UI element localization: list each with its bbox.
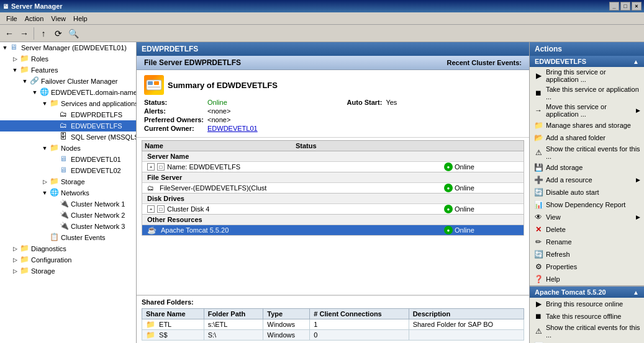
close-button[interactable]: × (632, 2, 642, 11)
action-add-resource[interactable]: ➕ Add a resource ▶ (530, 174, 644, 186)
tree-label-net2: Cluster Network 2 (71, 212, 125, 219)
expand-net3[interactable] (50, 221, 60, 231)
action-bring-service[interactable]: ▶ Bring this service or application ... (530, 67, 644, 84)
action-disable-autostart[interactable]: 🔄 Disable auto start (530, 186, 644, 198)
sf-type-1: Windows (263, 330, 310, 341)
expand-failover[interactable]: ▼ (20, 76, 30, 86)
expand-roles[interactable]: ▷ (10, 54, 20, 64)
tree-item-net2[interactable]: 🔌 Cluster Network 2 (0, 210, 136, 221)
expand-diskdrives2[interactable]: □ (157, 205, 165, 213)
tree-item-configuration[interactable]: ▷ 📁 Configuration (0, 254, 136, 265)
expand-net2[interactable] (50, 210, 60, 220)
status-label: Status: (144, 99, 204, 106)
expand-diagnostics[interactable]: ▷ (10, 244, 20, 254)
summary-title-text: Summary of EDWDEVETLFS (168, 81, 278, 90)
expand-sqlserver[interactable] (50, 132, 60, 142)
expand-networks[interactable]: ▼ (40, 188, 50, 198)
action-icon-addresource: ➕ (533, 175, 543, 185)
expand-edwdevetlfs[interactable] (50, 121, 60, 131)
tree-item-storage2[interactable]: ▷ 📁 Storage (0, 265, 136, 277)
tree-item-roles[interactable]: ▷ 📁 Roles (0, 53, 136, 65)
expand-node1[interactable] (50, 154, 60, 164)
expand-diskdrives[interactable]: + (147, 205, 155, 213)
tree-item-storage-cluster[interactable]: ▷ 📁 Storage (0, 176, 136, 187)
tree-item-networks[interactable]: ▼ 🌐 Networks (0, 187, 136, 198)
up-button[interactable]: ↑ (37, 27, 50, 40)
arrow-move: ▶ (636, 107, 640, 114)
action-refresh[interactable]: 🔄 Refresh (530, 248, 644, 261)
resource-row-tomcat[interactable]: ☕ Apache Tomcat 5.5.20 ● Online (142, 225, 524, 235)
menu-view[interactable]: View (47, 14, 70, 24)
tree-item-net3[interactable]: 🔌 Cluster Network 3 (0, 221, 136, 232)
expand-servername[interactable]: + (147, 163, 155, 171)
preferred-owners-label: Preferred Owners: (144, 116, 204, 123)
expand-edwprdetlfs[interactable] (50, 110, 60, 120)
tree-item-nodes[interactable]: ▼ 📁 Nodes (0, 143, 136, 154)
tree-item-services[interactable]: ▼ 📁 Services and applications (0, 98, 136, 109)
expand-features[interactable]: ▼ (10, 65, 20, 75)
expand-configuration[interactable]: ▷ (10, 255, 20, 265)
action-show-dependency-resource[interactable]: 📊 Show Dependency Report (530, 340, 644, 343)
sf-row-0[interactable]: 📁 ETL s:\ETL Windows 1 Shared Folder for… (142, 319, 524, 330)
action-add-sharedfolder[interactable]: 📂 Add a shared folder (530, 131, 644, 144)
tree-item-node1[interactable]: 🖥 EDWDEVETL01 (0, 154, 136, 165)
expand-net1[interactable] (50, 199, 60, 209)
maximize-button[interactable]: □ (620, 2, 630, 11)
resource-row-diskdrives[interactable]: + □ Cluster Disk 4 ● Online (142, 204, 524, 214)
action-properties[interactable]: ⚙ Properties (530, 261, 644, 273)
tree-item-node2[interactable]: 🖥 EDWDEVETL02 (0, 165, 136, 176)
action-bring-resource-online[interactable]: ▶ Bring this resource online (530, 298, 644, 310)
resource-row-servername[interactable]: + □ Name: EDWDEVETLFS ● Online (142, 162, 524, 172)
action-move-service[interactable]: → Move this service or application ... ▶ (530, 102, 644, 119)
forward-button[interactable]: → (17, 27, 31, 40)
action-rename[interactable]: ✏ Rename (530, 236, 644, 248)
menu-action[interactable]: Action (21, 14, 48, 24)
tree-item-domain[interactable]: ▼ 🌐 EDWDEVETL.domain-name (0, 87, 136, 98)
action-take-service[interactable]: ⏹ Take this service or application ... (530, 84, 644, 102)
tree-item-cluster-events[interactable]: 📋 Cluster Events (0, 232, 136, 243)
tree-label-sqlserver: SQL Server (MSSQLSERVER) (71, 133, 137, 141)
expand-storage-cluster[interactable]: ▷ (40, 177, 50, 187)
tree-item-sqlserver[interactable]: 🗄 SQL Server (MSSQLSERVER) (0, 131, 136, 143)
actions-section-header-edwdevetlfs[interactable]: EDWDEVETLFS ▲ (530, 56, 644, 67)
menu-help[interactable]: Help (70, 14, 91, 24)
tree-item-failover[interactable]: ▼ 🔗 Failover Cluster Manager (0, 76, 136, 87)
search-button[interactable]: 🔍 (66, 27, 80, 40)
menu-file[interactable]: File (2, 14, 21, 24)
file-server-title: File Server EDWPRDETLFS (144, 58, 241, 67)
tree-item-diagnostics[interactable]: ▷ 📁 Diagnostics (0, 243, 136, 254)
action-help[interactable]: ❓ Help (530, 273, 644, 285)
left-panel-tree[interactable]: ▼ 🖥 Server Manager (EDWDEVETL01) ▷ 📁 Rol… (0, 42, 137, 343)
actions-section-header-tomcat[interactable]: Apache Tomcat 5.5.20 ▲ (530, 287, 644, 298)
action-manage-shares[interactable]: 📁 Manage shares and storage (530, 119, 644, 131)
expand-domain[interactable]: ▼ (30, 87, 40, 97)
expand-cluster-events[interactable] (40, 233, 50, 243)
expand-nodes[interactable]: ▼ (40, 143, 50, 153)
tree-label-node2: EDWDEVETL02 (71, 167, 121, 174)
tree-item-root[interactable]: ▼ 🖥 Server Manager (EDWDEVETL01) (0, 42, 136, 53)
minimize-button[interactable]: _ (609, 2, 619, 11)
server-icon-node1: 🖥 (60, 154, 70, 164)
tree-item-features[interactable]: ▼ 📁 Features (0, 65, 136, 76)
sf-row-1[interactable]: 📁 S$ S:\ Windows 0 (142, 330, 524, 341)
expand-services[interactable]: ▼ (40, 99, 50, 109)
action-show-critical[interactable]: ⚠ Show the critical events for this ... (530, 144, 644, 161)
action-show-critical-resource[interactable]: ⚠ Show the critical events for this ... (530, 323, 644, 340)
back-button[interactable]: ← (2, 27, 16, 40)
expand-node2[interactable] (50, 166, 60, 176)
action-take-resource-offline[interactable]: ⏹ Take this resource offline (530, 310, 644, 323)
refresh-button[interactable]: ⟳ (52, 27, 65, 40)
tree-item-net1[interactable]: 🔌 Cluster Network 1 (0, 198, 136, 210)
action-view[interactable]: 👁 View ▶ (530, 211, 644, 223)
action-delete[interactable]: ✕ Delete (530, 223, 644, 236)
expand-storage2[interactable]: ▷ (10, 266, 20, 276)
action-add-storage[interactable]: 💾 Add storage (530, 161, 644, 174)
action-show-dependency[interactable]: 📊 Show Dependency Report (530, 198, 644, 211)
expand-servername2[interactable]: □ (157, 163, 165, 171)
tree-item-edwdevetlfs[interactable]: 🗂 EDWDEVETLFS (0, 120, 136, 131)
sf-clients-0: 1 (310, 319, 409, 330)
tree-item-edwprdetlfs[interactable]: 🗂 EDWPRDETLFS (0, 109, 136, 120)
current-owner-value[interactable]: EDWDEVETL01 (207, 125, 343, 132)
resource-row-fileserver[interactable]: 🗂 FileServer-(EDWDEVETLFS)(Clust ● Onlin… (142, 183, 524, 193)
expand-root[interactable]: ▼ (0, 43, 10, 53)
